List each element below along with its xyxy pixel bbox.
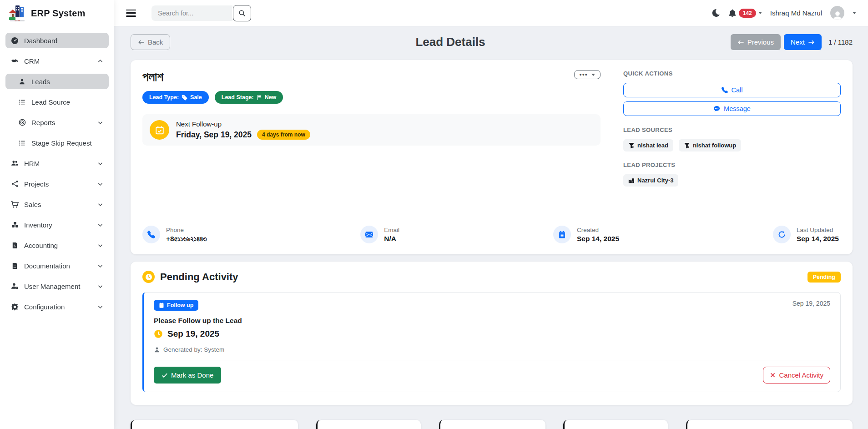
svg-text:⚙: ⚙: [688, 146, 689, 148]
created-value: Sep 14, 2025: [577, 235, 619, 243]
clock-icon: [142, 271, 155, 283]
sidebar-item-label: Documentation: [24, 262, 92, 270]
lead-source-tag: ⚙ nishat followup: [679, 139, 741, 151]
file-icon: [11, 262, 19, 270]
sidebar-item-documentation[interactable]: Documentation: [5, 258, 109, 273]
activity-title: Pending Activity: [160, 271, 802, 283]
sidebar-item-projects[interactable]: Projects: [5, 176, 109, 192]
chevron-down-icon: [97, 263, 103, 269]
sidebar-item-sales[interactable]: Sales: [5, 197, 109, 212]
top-bar: 142 Ishraq Md Nazrul: [114, 0, 868, 26]
caret-down-icon: [758, 12, 762, 14]
app-logo-icon: আদর্শ সিটি: [8, 5, 26, 22]
page-title: Lead Details: [170, 35, 730, 49]
pending-activity-card: Pending Activity Pending Follow up Sep 1…: [131, 262, 853, 405]
sidebar-nav: Dashboard CRM Leads Lead Source: [0, 26, 114, 326]
sidebar-item-accounting[interactable]: $ Accounting: [5, 237, 109, 253]
menu-toggle-icon[interactable]: [126, 10, 136, 17]
stats-row: [131, 420, 853, 429]
speedometer-icon: [11, 37, 19, 45]
caret-down-icon[interactable]: [853, 12, 856, 14]
sidebar-item-leads[interactable]: Leads: [5, 74, 109, 89]
page-toolbar: Back Lead Details Previous Next 1 / 1182: [131, 34, 853, 50]
search-input[interactable]: [151, 5, 232, 21]
activity-due-date: Sep 19, 2025: [167, 329, 219, 339]
boxes-icon: [11, 221, 19, 229]
call-button[interactable]: Call: [623, 83, 841, 97]
chevron-down-icon: [97, 181, 103, 187]
chevron-up-icon: [97, 58, 103, 64]
sidebar-item-label: Projects: [24, 180, 92, 188]
sidebar-item-label: User Management: [24, 283, 92, 290]
message-button[interactable]: Message: [623, 101, 841, 116]
lead-actions-dropdown[interactable]: •••: [574, 70, 601, 79]
search-icon: [238, 10, 246, 17]
lead-info-row: Phone +8৫১১৬৯২১৪৪৩ Email N/A Created: [142, 226, 841, 243]
sidebar-item-user-management[interactable]: User Management: [5, 278, 109, 294]
sidebar-item-label: Configuration: [24, 303, 92, 311]
sidebar-item-label: Dashboard: [24, 37, 103, 45]
bell-icon: [728, 9, 737, 17]
sidebar-item-lead-source[interactable]: Lead Source: [5, 94, 109, 110]
mark-as-done-button[interactable]: Mark as Done: [154, 367, 221, 384]
sidebar-item-label: Leads: [31, 78, 103, 86]
sidebar-item-dashboard[interactable]: Dashboard: [5, 33, 109, 48]
sidebar-item-label: CRM: [24, 57, 92, 65]
followup-date: Friday, Sep 19, 2025: [176, 130, 252, 140]
sidebar-item-stage-skip-request[interactable]: Stage Skip Request: [5, 135, 109, 151]
diagram-icon: [11, 180, 19, 188]
brand[interactable]: আদর্শ সিটি ERP System: [0, 0, 114, 26]
stat-card: [131, 420, 298, 429]
arrow-left-icon: [737, 39, 744, 45]
user-name: Ishraq Md Nazrul: [770, 9, 822, 17]
svg-text:আদর্শ সিটি: আদর্শ সিটি: [14, 20, 20, 22]
lead-project-tag: Nazrul City-3: [623, 174, 678, 187]
search-bar: [151, 5, 251, 21]
notifications-dropdown[interactable]: 142: [728, 9, 762, 18]
sidebar-item-label: Reports: [31, 119, 92, 126]
sidebar-item-label: Accounting: [24, 242, 92, 249]
activity-description: Please Follow up the Lead: [154, 317, 830, 325]
generated-by: Generated by: System: [163, 346, 224, 353]
search-button[interactable]: [233, 5, 251, 21]
list-icon: [18, 98, 26, 106]
email-info: Email N/A: [360, 226, 399, 243]
quick-actions-panel: QUICK ACTIONS Call Message LEAD SOURCES: [623, 70, 841, 214]
sidebar-item-hrm[interactable]: HRM: [5, 156, 109, 171]
cancel-activity-button[interactable]: Cancel Activity: [763, 367, 830, 384]
svg-text:⚙: ⚙: [632, 146, 634, 148]
next-button[interactable]: Next: [784, 34, 822, 50]
clock-icon: [154, 329, 163, 338]
avatar[interactable]: [830, 6, 844, 20]
sidebar-item-label: HRM: [24, 160, 92, 167]
pager: Previous Next 1 / 1182: [731, 34, 853, 50]
invoice-dollar-icon: $: [11, 242, 19, 249]
followup-relative-badge: 4 days from now: [257, 130, 310, 140]
main-content: Back Lead Details Previous Next 1 / 1182: [114, 26, 868, 429]
funnel-icon: ⚙: [684, 142, 690, 149]
flag-icon: [257, 95, 262, 101]
previous-button[interactable]: Previous: [731, 34, 781, 50]
phone-icon: [142, 226, 160, 243]
arrow-left-icon: [138, 39, 145, 45]
chevron-down-icon: [97, 283, 103, 289]
sidebar-item-reports[interactable]: Reports: [5, 115, 109, 130]
sidebar-item-inventory[interactable]: Inventory: [5, 217, 109, 232]
lead-source-tag: ⚙ nishat lead: [623, 139, 673, 151]
dark-mode-icon[interactable]: [712, 9, 720, 17]
back-button[interactable]: Back: [131, 34, 170, 50]
sidebar-item-configuration[interactable]: Configuration: [5, 299, 109, 314]
ellipsis-icon: •••: [580, 72, 588, 77]
lead-sources-title: LEAD SOURCES: [623, 126, 841, 133]
tag-icon: [182, 95, 187, 101]
lead-details-card: পলাশ ••• Lead Type: Sale: [131, 60, 853, 254]
stat-card: [439, 420, 545, 429]
sidebar-item-crm[interactable]: CRM: [5, 53, 109, 69]
stat-card: [316, 420, 421, 429]
lead-stage-badge: Lead Stage: New: [215, 91, 283, 104]
next-followup-panel: Next Follow-up Friday, Sep 19, 2025 4 da…: [142, 114, 601, 146]
handshake-icon: [11, 57, 19, 65]
followup-label: Next Follow-up: [176, 120, 310, 128]
lead-name: পলাশ: [142, 70, 163, 84]
bullseye-icon: [18, 119, 26, 126]
